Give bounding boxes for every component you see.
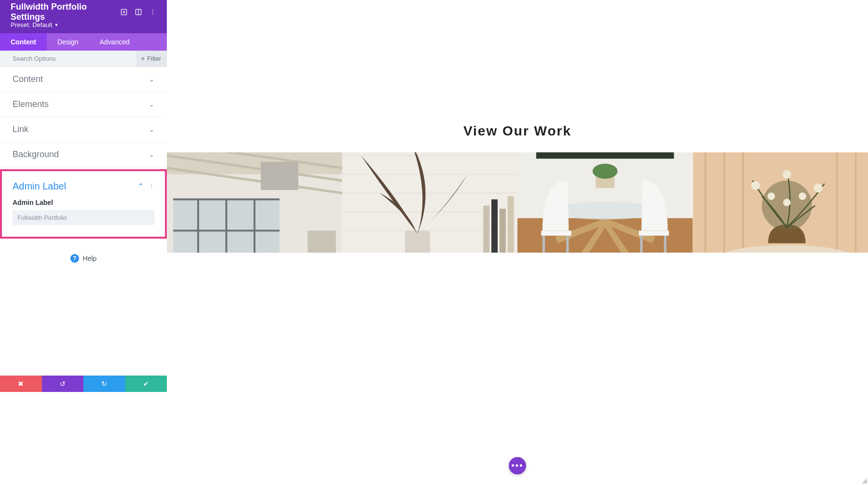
- portfolio-item[interactable]: [167, 152, 342, 253]
- tab-advanced[interactable]: Advanced: [89, 33, 140, 51]
- admin-label-field-label: Admin Label: [13, 199, 154, 206]
- section-label: Elements: [13, 99, 49, 109]
- tab-content[interactable]: Content: [0, 33, 47, 51]
- tabs: Content Design Advanced: [0, 33, 167, 51]
- more-vertical-icon[interactable]: [149, 8, 157, 16]
- preview-canvas: View Our Work: [167, 0, 868, 485]
- svg-rect-22: [261, 162, 298, 190]
- chevron-down-icon: ⌄: [149, 101, 154, 108]
- preset-selector[interactable]: Preset: Default ▼: [11, 21, 157, 28]
- panel-header: Fullwidth Portfolio Settings Preset: Def…: [0, 0, 167, 33]
- svg-rect-32: [491, 200, 497, 253]
- svg-point-55: [751, 181, 760, 190]
- svg-point-8: [151, 186, 152, 187]
- close-button[interactable]: ✖: [0, 376, 42, 392]
- responsive-icon[interactable]: [120, 8, 128, 16]
- portfolio-item[interactable]: [342, 152, 518, 253]
- chevron-down-icon: ⌄: [149, 151, 154, 158]
- search-row: + Filter: [0, 51, 167, 67]
- preset-value: Default: [32, 21, 52, 28]
- resize-handle-icon[interactable]: ◢: [862, 476, 867, 484]
- portfolio-item[interactable]: [517, 152, 693, 253]
- admin-label-title: Admin Label: [13, 181, 66, 192]
- svg-rect-0: [121, 9, 126, 14]
- portfolio-gallery: [167, 152, 868, 253]
- svg-point-4: [152, 10, 153, 11]
- svg-point-46: [593, 164, 618, 179]
- svg-rect-30: [405, 230, 430, 253]
- section-label: Content: [13, 74, 43, 84]
- admin-label-highlight: Admin Label ⌃ Admin Label: [0, 169, 167, 239]
- panel-title: Fullwidth Portfolio Settings: [11, 2, 120, 22]
- svg-point-60: [783, 199, 790, 206]
- settings-panel: Fullwidth Portfolio Settings Preset: Def…: [0, 0, 167, 392]
- search-input[interactable]: [0, 51, 136, 67]
- close-icon: ✖: [18, 380, 24, 388]
- chevron-down-icon: ⌄: [149, 126, 154, 133]
- save-button[interactable]: ✔: [125, 376, 167, 392]
- svg-point-9: [151, 187, 152, 188]
- page-title: View Our Work: [167, 123, 868, 139]
- svg-rect-39: [541, 230, 571, 235]
- svg-point-57: [814, 184, 822, 192]
- section-label: Link: [13, 124, 28, 135]
- section-label: Background: [13, 149, 59, 160]
- svg-rect-34: [507, 196, 514, 253]
- section-admin-label[interactable]: Admin Label ⌃: [13, 181, 154, 192]
- svg-rect-23: [308, 230, 336, 253]
- portfolio-item[interactable]: [693, 152, 868, 253]
- svg-point-1: [123, 11, 124, 13]
- filter-button[interactable]: + Filter: [136, 51, 167, 67]
- section-background[interactable]: Background ⌄: [0, 142, 167, 167]
- svg-rect-37: [536, 152, 674, 159]
- admin-label-input[interactable]: [13, 210, 154, 225]
- sections-list: Content ⌄ Elements ⌄ Link ⌄ Background ⌄…: [0, 67, 167, 376]
- filter-label: Filter: [147, 55, 161, 62]
- caret-down-icon: ▼: [54, 23, 58, 27]
- svg-point-7: [151, 184, 152, 185]
- svg-point-5: [152, 12, 153, 13]
- section-content[interactable]: Content ⌄: [0, 67, 167, 92]
- svg-point-59: [799, 192, 806, 200]
- redo-icon: ↻: [101, 380, 107, 388]
- help-label: Help: [83, 255, 97, 262]
- undo-button[interactable]: ↺: [42, 376, 84, 392]
- help-icon: ?: [70, 254, 79, 263]
- preset-prefix: Preset:: [11, 21, 30, 28]
- panel-footer: ✖ ↺ ↻ ✔: [0, 376, 167, 392]
- svg-point-6: [152, 13, 153, 14]
- columns-icon[interactable]: [134, 8, 143, 16]
- svg-point-58: [767, 192, 775, 200]
- svg-point-56: [782, 170, 791, 178]
- redo-button[interactable]: ↻: [83, 376, 125, 392]
- builder-fab-button[interactable]: •••: [509, 457, 526, 474]
- chevron-down-icon: ⌄: [149, 76, 154, 83]
- svg-rect-31: [483, 205, 489, 253]
- help-button[interactable]: ? Help: [0, 254, 167, 263]
- check-icon: ✔: [143, 380, 149, 388]
- plus-icon: +: [141, 55, 145, 62]
- undo-icon: ↺: [60, 380, 66, 388]
- more-vertical-icon[interactable]: [149, 182, 154, 191]
- tab-design[interactable]: Design: [47, 33, 89, 51]
- section-elements[interactable]: Elements ⌄: [0, 92, 167, 117]
- section-link[interactable]: Link ⌄: [0, 117, 167, 142]
- chevron-up-icon: ⌃: [137, 182, 144, 191]
- svg-rect-42: [639, 230, 669, 235]
- svg-rect-33: [499, 209, 505, 253]
